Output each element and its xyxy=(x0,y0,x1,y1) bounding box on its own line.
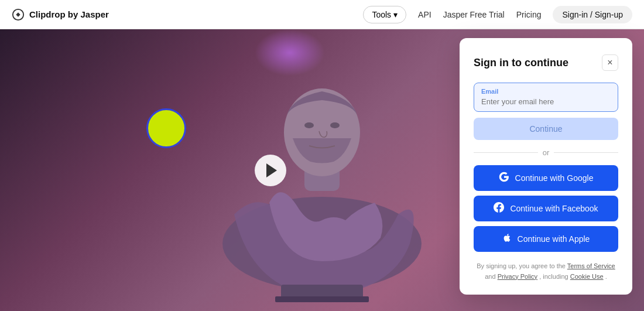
chevron-down-icon: ▾ xyxy=(393,10,398,19)
nav-items: Tools ▾ API Jasper Free Trial Pricing Si… xyxy=(363,6,632,23)
google-button[interactable]: Continue with Google xyxy=(474,165,618,191)
terms-and: and xyxy=(485,273,495,280)
google-label: Continue with Google xyxy=(515,173,594,183)
signin-modal: Sign in to continue × Email Continue or … xyxy=(460,38,632,295)
facebook-label: Continue with Facebook xyxy=(510,204,598,213)
cookie-use-link[interactable]: Cookie Use xyxy=(570,273,604,280)
divider-text: or xyxy=(543,148,550,157)
apple-label: Continue with Apple xyxy=(518,234,590,244)
navbar: Clipdrop by Jasper Tools ▾ API Jasper Fr… xyxy=(0,0,644,29)
divider-line-right xyxy=(554,152,618,153)
divider: or xyxy=(474,148,618,157)
terms-prefix: By signing up, you agree to the xyxy=(477,262,566,269)
logo-icon xyxy=(12,8,25,21)
privacy-policy-link[interactable]: Privacy Policy xyxy=(498,273,537,280)
google-icon xyxy=(499,172,509,184)
facebook-icon xyxy=(494,202,504,215)
svg-rect-7 xyxy=(275,296,369,302)
terms-suffix: , including xyxy=(539,273,568,280)
signin-button[interactable]: Sign-in / Sign-up xyxy=(553,6,632,23)
email-input[interactable] xyxy=(481,97,611,106)
tools-label: Tools xyxy=(372,10,391,19)
svg-point-4 xyxy=(304,122,314,128)
play-button[interactable] xyxy=(255,155,286,186)
green-circle xyxy=(146,108,186,148)
terms-end: . xyxy=(605,273,607,280)
logo-text: Clipdrop by Jasper xyxy=(29,9,109,19)
tools-button[interactable]: Tools ▾ xyxy=(363,6,406,23)
facebook-button[interactable]: Continue with Facebook xyxy=(474,196,618,221)
email-label: Email xyxy=(481,88,611,95)
bust-image xyxy=(176,39,468,302)
terms-text: By signing up, you agree to the Terms of… xyxy=(474,261,618,282)
terms-of-service-link[interactable]: Terms of Service xyxy=(567,262,615,269)
api-link[interactable]: API xyxy=(418,10,431,19)
play-icon xyxy=(266,163,277,177)
email-field-wrap[interactable]: Email xyxy=(474,83,618,112)
free-trial-link[interactable]: Jasper Free Trial xyxy=(443,10,505,19)
divider-line-left xyxy=(474,152,538,153)
close-button[interactable]: × xyxy=(602,54,618,71)
pricing-link[interactable]: Pricing xyxy=(516,10,542,19)
modal-title: Sign in to continue xyxy=(474,57,568,69)
logo: Clipdrop by Jasper xyxy=(12,8,109,21)
modal-header: Sign in to continue × xyxy=(474,54,618,71)
continue-button[interactable]: Continue xyxy=(474,118,618,140)
apple-icon xyxy=(502,233,512,245)
apple-button[interactable]: Continue with Apple xyxy=(474,226,618,252)
svg-point-5 xyxy=(330,122,340,128)
